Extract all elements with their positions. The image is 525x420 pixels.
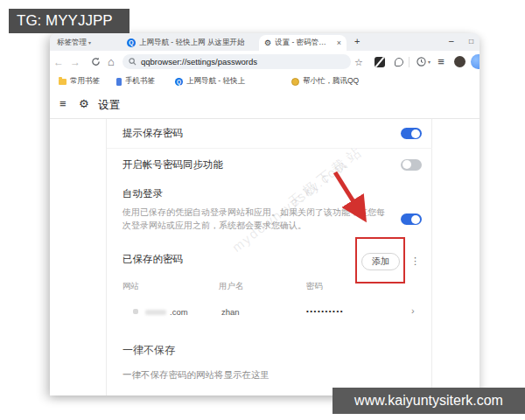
screenshot-root: TG: MYYJJPP 标签管理▾ Q 上网导航 - 轻快上网 从这里开始 ⚙ … — [0, 0, 525, 420]
settings-sidebar — [50, 119, 107, 396]
home-button[interactable]: ⌂ — [104, 51, 118, 74]
browser-toolbar: ← → ⌂ qqbrowser://settings/passwords ☆ — [50, 51, 480, 74]
site-badge-text: www.kaiyuntysiterk.com — [354, 393, 503, 408]
bookmark-item-folders[interactable]: 常用书签 — [59, 74, 100, 89]
setting-row-sync: 开启帐号密码同步功能 — [107, 150, 432, 179]
chevron-right-icon[interactable]: › — [411, 305, 415, 316]
password-table-row[interactable]: .com zhan •••••••••• › — [107, 301, 432, 324]
column-header-site: 网站 — [122, 281, 139, 292]
bookmarks-bar: 常用书签 手机书签 Q 上网导航 - 轻快上 帮小忙，腾讯QQ — [50, 74, 480, 89]
new-tab-button[interactable]: + — [354, 36, 360, 46]
qqbrowser-logo-icon: Q — [175, 78, 183, 86]
site-watermark-badge: www.kaiyuntysiterk.com — [332, 388, 525, 414]
menu-button[interactable]: ≡ — [435, 51, 447, 74]
browser-window: 标签管理▾ Q 上网导航 - 轻快上网 从这里开始 ⚙ 设置 - 密码管理工具 … — [50, 33, 480, 396]
chevron-down-icon: ▾ — [428, 59, 430, 65]
forward-button[interactable]: → — [68, 51, 82, 74]
folder-icon — [59, 79, 66, 85]
more-menu-icon[interactable]: ⋮ — [410, 253, 420, 269]
bookmark-item-nav[interactable]: Q 上网导航 - 轻快上 — [175, 74, 245, 89]
url-text[interactable]: qqbrowser://settings/passwords — [141, 57, 257, 66]
tab-manager-label: 标签管理 — [57, 38, 87, 46]
passwords-panel: 天极下载站 mydown.yesky.com 提示保存密码 开启帐号密码同步功能… — [107, 119, 432, 396]
tab-title: 上网导航 - 轻快上网 从这里开始 — [139, 38, 250, 48]
never-save-title: 一律不保存 — [122, 343, 175, 358]
bookmark-label: 上网导航 - 轻快上 — [186, 76, 245, 87]
reload-button[interactable] — [88, 51, 102, 74]
setting-description: 使用已保存的凭据自动登录网站和应用。如果关闭了该功能，在您每次登录网站或应用之前… — [122, 206, 385, 232]
minimize-button[interactable]: – — [449, 36, 454, 46]
blurred-site-text — [145, 310, 166, 315]
avatar[interactable] — [454, 56, 466, 67]
bookmark-item-qq[interactable]: 帮小忙，腾讯QQ — [291, 74, 359, 89]
reload-icon — [91, 57, 101, 66]
site-cell: .com — [170, 307, 188, 317]
extension-badge-icon[interactable] — [374, 57, 385, 67]
red-highlight-box — [355, 237, 405, 284]
gear-icon: ⚙ — [264, 38, 271, 47]
tab-strip: 标签管理▾ Q 上网导航 - 轻快上网 从这里开始 ⚙ 设置 - 密码管理工具 … — [50, 33, 480, 51]
maximize-button[interactable]: □ — [469, 37, 473, 46]
back-button[interactable]: ← — [52, 51, 66, 74]
site-favicon — [133, 309, 138, 314]
account-circle-icon[interactable] — [471, 54, 480, 69]
toggle-auto-login[interactable] — [401, 214, 422, 225]
history-clock-icon — [416, 57, 426, 66]
bookmark-label: 常用书签 — [70, 76, 100, 87]
tab-settings-active[interactable]: ⚙ 设置 - 密码管理工具 × — [259, 35, 346, 51]
qqbrowser-logo-icon: Q — [127, 38, 136, 47]
tab-title: 设置 - 密码管理工具 — [275, 38, 333, 48]
toggle-password-sync[interactable] — [401, 159, 422, 171]
search-icon — [129, 58, 136, 66]
setting-label: 提示保存密码 — [122, 127, 183, 140]
toggle-save-prompt[interactable] — [401, 128, 422, 139]
qq-penguin-icon — [291, 78, 299, 86]
hamburger-menu-icon[interactable]: ≡ — [60, 97, 66, 110]
tg-badge-text: TG: MYYJJPP — [17, 12, 113, 29]
chevron-down-icon: ▾ — [88, 40, 91, 46]
tg-watermark-badge: TG: MYYJJPP — [9, 9, 130, 33]
bookmark-label: 帮小忙，腾讯QQ — [303, 76, 359, 87]
toolbar-divider — [409, 57, 410, 67]
username-cell: zhan — [221, 307, 240, 317]
close-tab-icon[interactable]: × — [337, 38, 341, 47]
settings-page-header: ≡ ⚙ 设置 — [50, 89, 480, 119]
tab-home[interactable]: Q 上网导航 - 轻快上网 从这里开始 — [122, 35, 256, 51]
setting-label: 开启帐号密码同步功能 — [122, 158, 223, 172]
bookmark-item-mobile[interactable]: 手机书签 — [116, 74, 155, 89]
tab-manager-button[interactable]: 标签管理▾ — [57, 37, 91, 48]
setting-row-auto-login: 自动登录 使用已保存的凭据自动登录网站和应用。如果关闭了该功能，在您每次登录网站… — [122, 187, 422, 232]
settings-content: 天极下载站 mydown.yesky.com 提示保存密码 开启帐号密码同步功能… — [50, 119, 480, 396]
page-title: 设置 — [98, 98, 120, 113]
setting-row-save-prompt: 提示保存密码 — [107, 119, 432, 149]
history-button[interactable]: ▾ — [416, 57, 430, 66]
saved-passwords-title: 已保存的密码 — [122, 252, 183, 266]
never-save-description: 一律不保存密码的网站将显示在这里 — [122, 369, 270, 382]
password-cell: •••••••••• — [306, 307, 344, 315]
feedback-bubble-icon[interactable] — [395, 58, 403, 66]
setting-label: 自动登录 — [122, 187, 422, 200]
column-header-user: 用户名 — [219, 281, 244, 292]
address-bar[interactable]: qqbrowser://settings/passwords — [122, 54, 351, 69]
gear-icon: ⚙ — [79, 97, 89, 110]
bookmark-label: 手机书签 — [125, 76, 155, 87]
phone-icon — [116, 78, 122, 86]
column-header-pass: 密码 — [306, 281, 323, 292]
bookmark-star-button[interactable]: ☆ — [353, 51, 365, 74]
